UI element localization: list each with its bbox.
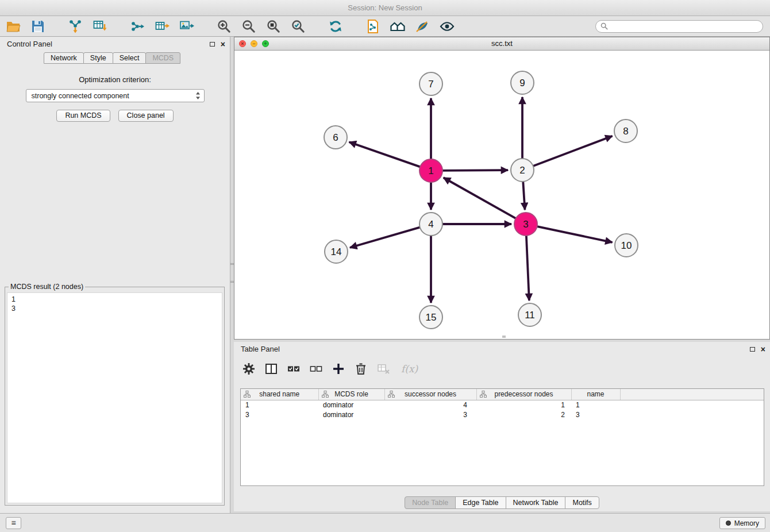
column-header-successor-nodes[interactable]: successor nodes bbox=[384, 389, 476, 400]
close-table-panel-icon[interactable]: × bbox=[761, 346, 765, 352]
node-3[interactable]: 3 bbox=[514, 213, 537, 236]
export-table-icon[interactable] bbox=[155, 19, 170, 34]
column-header-name[interactable]: name bbox=[571, 389, 620, 400]
node-8[interactable]: 8 bbox=[614, 119, 637, 142]
node-7[interactable]: 7 bbox=[419, 72, 442, 95]
table-cell: 1 bbox=[571, 400, 620, 410]
close-panel-button[interactable]: Close panel bbox=[118, 110, 174, 122]
table-row[interactable]: 1dominator411 bbox=[241, 400, 764, 410]
svg-text:4: 4 bbox=[428, 219, 433, 230]
float-panel-icon[interactable] bbox=[210, 42, 215, 47]
tab-motifs[interactable]: Motifs bbox=[565, 496, 599, 509]
node-14[interactable]: 14 bbox=[325, 240, 348, 263]
table-tabs: Node Table Edge Table Network Table Moti… bbox=[234, 496, 770, 509]
column-type-icon bbox=[480, 391, 487, 398]
close-panel-icon[interactable]: × bbox=[221, 41, 225, 47]
svg-text:2: 2 bbox=[519, 165, 525, 176]
table-panel-header: Table Panel × bbox=[234, 342, 770, 357]
node-2[interactable]: 2 bbox=[511, 159, 534, 182]
control-panel-tabs: Network Style Select MCDS bbox=[0, 52, 230, 64]
memory-button[interactable]: Memory bbox=[719, 517, 765, 529]
zoom-in-icon[interactable] bbox=[217, 19, 232, 34]
scroll-indicator[interactable] bbox=[502, 336, 506, 338]
edge-3-1[interactable] bbox=[444, 178, 516, 218]
network-view[interactable]: 7968124314101511 bbox=[234, 51, 769, 339]
close-window-button[interactable]: × bbox=[239, 40, 246, 47]
import-table-icon[interactable] bbox=[93, 19, 107, 34]
zoom-selected-icon[interactable] bbox=[291, 19, 306, 34]
vizmap-icon[interactable] bbox=[415, 19, 430, 34]
node-11[interactable]: 11 bbox=[518, 303, 541, 326]
home-view-icon[interactable] bbox=[390, 19, 405, 34]
edge-1-2[interactable] bbox=[442, 170, 508, 171]
table-cell: 3 bbox=[384, 410, 476, 419]
node-9[interactable]: 9 bbox=[511, 71, 534, 94]
float-table-panel-icon[interactable] bbox=[750, 347, 755, 352]
zoom-fit-icon[interactable] bbox=[266, 19, 281, 34]
save-session-icon[interactable] bbox=[30, 19, 45, 34]
tab-mcds[interactable]: MCDS bbox=[145, 52, 180, 64]
svg-text:10: 10 bbox=[621, 240, 632, 251]
zoom-window-button[interactable]: + bbox=[262, 40, 269, 47]
svg-text:3: 3 bbox=[523, 219, 528, 230]
network-window-titlebar[interactable]: × − + scc.txt bbox=[234, 37, 769, 51]
tab-network[interactable]: Network bbox=[44, 52, 84, 64]
criterion-select-value: strongly connected component bbox=[32, 92, 129, 100]
tab-select[interactable]: Select bbox=[113, 52, 147, 64]
table-cell-filler bbox=[620, 400, 764, 410]
column-type-icon bbox=[244, 391, 251, 398]
open-session-icon[interactable] bbox=[6, 19, 21, 34]
column-header-filler bbox=[620, 389, 764, 400]
import-network-icon[interactable] bbox=[68, 19, 83, 34]
edge-2-3[interactable] bbox=[523, 182, 525, 210]
edge-3-10[interactable] bbox=[537, 226, 613, 242]
svg-text:1: 1 bbox=[428, 165, 433, 176]
node-1[interactable]: 1 bbox=[419, 159, 442, 182]
delete-column-icon[interactable] bbox=[354, 362, 368, 376]
eye-icon[interactable] bbox=[440, 19, 455, 34]
edge-2-8[interactable] bbox=[533, 136, 613, 166]
search-box[interactable] bbox=[595, 20, 763, 33]
run-mcds-button[interactable]: Run MCDS bbox=[56, 110, 110, 122]
edge-3-11[interactable] bbox=[526, 236, 529, 300]
search-input[interactable] bbox=[611, 22, 758, 30]
table-mode-gear-icon[interactable] bbox=[242, 362, 256, 376]
criterion-select[interactable]: strongly connected component bbox=[26, 89, 205, 102]
refresh-layout-icon[interactable] bbox=[328, 19, 343, 34]
tab-style[interactable]: Style bbox=[83, 52, 113, 64]
column-header-predecessor-nodes[interactable]: predecessor nodes bbox=[476, 389, 571, 400]
svg-text:14: 14 bbox=[331, 246, 342, 257]
tab-edge-table[interactable]: Edge Table bbox=[455, 496, 506, 509]
status-menu-button[interactable]: ≡ bbox=[6, 517, 21, 529]
select-all-icon[interactable] bbox=[287, 362, 301, 376]
column-header-mcds-role[interactable]: MCDS role bbox=[318, 389, 384, 400]
svg-text:9: 9 bbox=[519, 78, 525, 88]
table-panel: Table Panel × bbox=[234, 342, 770, 511]
edge-4-14[interactable] bbox=[350, 228, 420, 248]
table-row[interactable]: 3dominator323 bbox=[241, 410, 764, 419]
svg-text:7: 7 bbox=[428, 79, 433, 90]
tab-node-table[interactable]: Node Table bbox=[405, 496, 456, 509]
node-15[interactable]: 15 bbox=[419, 306, 442, 329]
node-10[interactable]: 10 bbox=[615, 234, 638, 257]
table-cell-filler bbox=[620, 410, 764, 419]
mcds-result-list[interactable]: 1 3 bbox=[7, 292, 222, 503]
node-4[interactable]: 4 bbox=[419, 213, 442, 236]
column-header-shared-name[interactable]: shared name bbox=[241, 389, 318, 400]
minimize-window-button[interactable]: − bbox=[251, 40, 257, 47]
network-canvas[interactable]: 7968124314101511 bbox=[234, 51, 769, 339]
table-panel-title: Table Panel bbox=[241, 345, 280, 353]
tab-network-table[interactable]: Network Table bbox=[506, 496, 566, 509]
add-column-icon[interactable] bbox=[332, 362, 345, 376]
node-6[interactable]: 6 bbox=[324, 126, 347, 149]
mcds-result-title: MCDS result (2 nodes) bbox=[9, 283, 85, 291]
edge-1-6[interactable] bbox=[349, 142, 421, 167]
show-columns-icon[interactable] bbox=[264, 362, 278, 376]
network-snapshot-icon[interactable] bbox=[365, 19, 380, 34]
export-network-icon[interactable] bbox=[130, 19, 145, 34]
export-image-icon[interactable] bbox=[179, 19, 194, 34]
mcds-result-line: 1 bbox=[11, 295, 218, 304]
deselect-all-icon[interactable] bbox=[309, 362, 323, 376]
control-panel: Control Panel × Network Style Select MCD… bbox=[0, 37, 230, 513]
zoom-out-icon[interactable] bbox=[241, 19, 256, 34]
